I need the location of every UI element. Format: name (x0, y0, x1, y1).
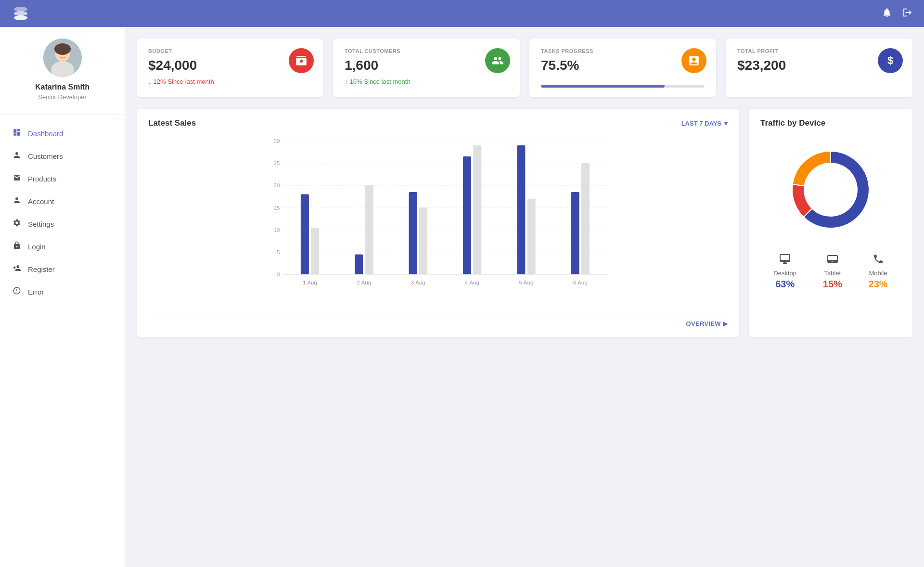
mobile-icon (869, 253, 888, 268)
sidebar: Katarina Smith Senior Developer Dashboar… (0, 27, 125, 567)
progress-bar (541, 85, 705, 88)
sidebar-item-label-account: Account (28, 197, 54, 206)
stat-icon-profit: $ (878, 48, 903, 73)
latest-sales-card: Latest Sales LAST 7 DAYS ▾ 0510152025301… (137, 109, 739, 337)
sidebar-nav: Dashboard Customers Products Account Set… (0, 118, 125, 307)
sidebar-divider (0, 114, 125, 115)
svg-rect-34 (463, 156, 471, 274)
logo (12, 4, 30, 23)
stat-icon-tasks (681, 48, 706, 73)
device-label-mobile: Mobile 23% (869, 253, 888, 290)
device-labels: Desktop 63% Tablet 15% Mobile 23% (760, 253, 901, 290)
tablet-name: Tablet (823, 270, 842, 277)
svg-rect-27 (365, 185, 373, 274)
donut-chart (783, 142, 879, 238)
svg-text:20: 20 (273, 182, 280, 188)
svg-text:10: 10 (273, 227, 280, 233)
stat-value-customers: 1,600 (345, 58, 508, 73)
svg-text:5: 5 (277, 249, 280, 255)
svg-text:1 Aug: 1 Aug (303, 279, 317, 285)
sidebar-item-label-customers: Customers (28, 152, 63, 160)
desktop-pct: 63% (773, 279, 796, 290)
stat-label-tasks: TASKS PROGRESS (541, 48, 705, 54)
chart-title: Latest Sales (148, 118, 196, 128)
sidebar-item-label-products: Products (28, 175, 56, 183)
svg-point-2 (14, 15, 27, 20)
topnav-actions (882, 7, 912, 20)
bar-chart-wrap: 0510152025301 Aug2 Aug3 Aug4 Aug5 Aug6 A… (148, 136, 728, 309)
sidebar-item-label-register: Register (28, 265, 55, 273)
sidebar-item-account[interactable]: Account (0, 190, 125, 213)
svg-rect-40 (571, 192, 579, 274)
chart-filter[interactable]: LAST 7 DAYS ▾ (681, 120, 728, 127)
dashboard-nav-icon (12, 128, 22, 139)
progress-fill (541, 85, 665, 88)
sidebar-item-label-settings: Settings (28, 220, 54, 228)
user-avatar (43, 39, 82, 77)
user-role: Senior Developer (38, 93, 86, 101)
stat-value-budget: $24,000 (148, 58, 312, 73)
customers-nav-icon (12, 151, 22, 162)
svg-rect-24 (311, 228, 319, 274)
svg-point-9 (54, 43, 71, 55)
dollar-icon: $ (887, 54, 893, 67)
svg-point-1 (14, 11, 27, 16)
svg-point-0 (14, 7, 27, 12)
svg-text:30: 30 (273, 138, 280, 144)
user-name: Katarina Smith (35, 83, 90, 91)
sidebar-item-error[interactable]: Error (0, 281, 125, 303)
svg-rect-37 (517, 145, 525, 274)
stat-icon-budget (289, 48, 314, 73)
chart-header: Latest Sales LAST 7 DAYS ▾ (148, 118, 728, 128)
svg-rect-25 (301, 194, 309, 274)
sidebar-item-login[interactable]: Login (0, 235, 125, 258)
chart-footer: OVERVIEW ▶ (148, 313, 728, 328)
svg-text:6 Aug: 6 Aug (573, 279, 588, 285)
traffic-card: Traffic by Device Desktop 63% Tablet 15%… (749, 109, 912, 337)
svg-rect-33 (473, 145, 481, 274)
bar-chart-svg: 0510152025301 Aug2 Aug3 Aug4 Aug5 Aug6 A… (148, 136, 728, 290)
svg-text:4 Aug: 4 Aug (465, 279, 479, 285)
main-content: BUDGET $24,000 ↓ 12% Since last month TO… (125, 27, 924, 567)
svg-text:15: 15 (273, 205, 280, 211)
svg-text:3 Aug: 3 Aug (411, 279, 425, 285)
svg-rect-30 (419, 207, 427, 274)
sidebar-item-customers[interactable]: Customers (0, 145, 125, 168)
device-label-tablet: Tablet 15% (823, 253, 842, 290)
svg-rect-31 (409, 192, 417, 274)
stat-card-budget: BUDGET $24,000 ↓ 12% Since last month (137, 39, 323, 97)
filter-label: LAST 7 DAYS (681, 120, 721, 127)
bell-icon[interactable] (882, 7, 892, 20)
sidebar-item-dashboard[interactable]: Dashboard (0, 122, 125, 145)
logout-icon[interactable] (902, 7, 912, 20)
account-nav-icon (12, 196, 22, 207)
sidebar-item-label-error: Error (28, 288, 44, 296)
stat-icon-customers (485, 48, 510, 73)
down-arrow-icon: ↓ (148, 78, 152, 85)
budget-change-text: Since last month (168, 78, 214, 85)
mobile-pct: 23% (869, 279, 888, 290)
sidebar-item-label-dashboard: Dashboard (28, 129, 63, 138)
sidebar-item-settings[interactable]: Settings (0, 213, 125, 235)
products-nav-icon (12, 173, 22, 184)
sidebar-item-products[interactable]: Products (0, 168, 125, 190)
settings-nav-icon (12, 219, 22, 230)
customers-change-pct: 16% (350, 78, 362, 85)
sidebar-item-register[interactable]: Register (0, 258, 125, 281)
content-row: Latest Sales LAST 7 DAYS ▾ 0510152025301… (137, 109, 912, 337)
overview-link[interactable]: OVERVIEW ▶ (686, 320, 728, 327)
login-nav-icon (12, 241, 22, 252)
stat-label-profit: TOTAL PROFIT (737, 48, 901, 54)
stat-progress-tasks (541, 81, 705, 88)
up-arrow-icon: ↑ (345, 78, 348, 85)
stat-card-customers: TOTAL CUSTOMERS 1,600 ↑ 16% Since last m… (333, 39, 520, 97)
stat-value-tasks: 75.5% (541, 58, 705, 73)
svg-rect-28 (355, 254, 363, 274)
donut-wrap (760, 132, 901, 247)
svg-text:0: 0 (277, 271, 280, 277)
svg-text:2 Aug: 2 Aug (357, 279, 371, 285)
mobile-name: Mobile (869, 270, 888, 277)
stat-value-profit: $23,200 (737, 58, 901, 73)
chevron-down-icon: ▾ (724, 120, 728, 127)
tablet-icon (823, 253, 842, 268)
